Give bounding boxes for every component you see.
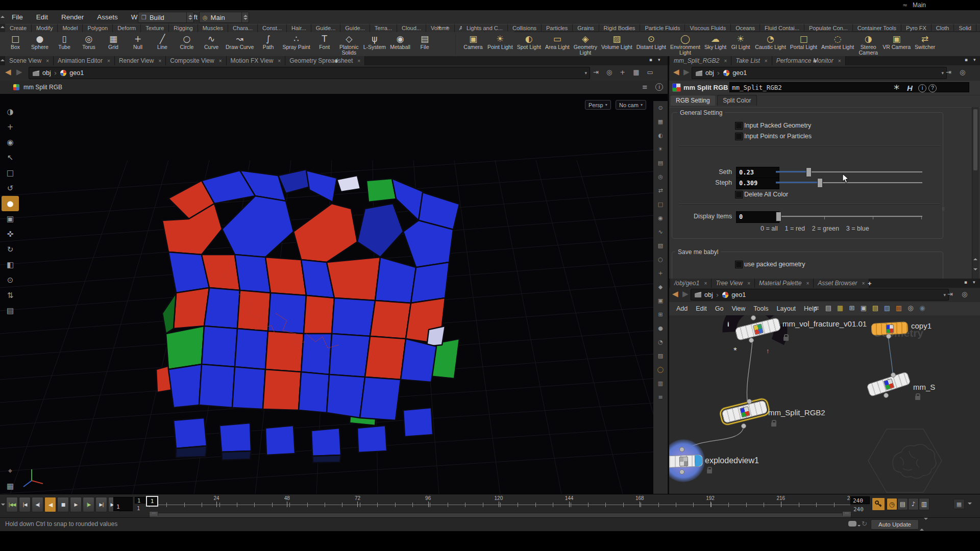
- display-option-icon[interactable]: ●: [654, 321, 667, 335]
- pathbar-icon[interactable]: ⇥: [593, 68, 599, 76]
- display-option-icon[interactable]: ▨: [654, 349, 667, 363]
- pathbar-icon[interactable]: ▦: [633, 68, 639, 76]
- pane-tab[interactable]: /obj/geo1 ×: [670, 279, 712, 288]
- shelf-tool[interactable]: ╱ Line: [150, 33, 175, 50]
- network-breadcrumb[interactable]: obj › geo1 ▾: [691, 289, 949, 300]
- shelf-tab[interactable]: Modify: [32, 24, 58, 32]
- shelf-tool[interactable]: ☁ Sky Light: [702, 33, 728, 50]
- viewport-tool-icon[interactable]: ◧: [2, 257, 19, 272]
- display-option-icon[interactable]: ▣: [654, 294, 667, 308]
- breadcrumb-node[interactable]: geo1: [732, 69, 747, 77]
- pin-icon[interactable]: ⇥: [947, 290, 953, 298]
- display-option-icon[interactable]: ⊞: [654, 308, 667, 321]
- pane-tab[interactable]: Motion FX View ×: [227, 56, 286, 65]
- node-explodedview1[interactable]: [669, 455, 703, 468]
- pane-tab[interactable]: Render View ×: [115, 56, 166, 65]
- close-icon[interactable]: ×: [838, 58, 841, 64]
- shelf-tab[interactable]: Texture: [141, 24, 169, 32]
- display-items-slider[interactable]: [776, 216, 922, 217]
- shelf-tool[interactable]: ◔ Caustic Light: [753, 33, 788, 50]
- pane-controls-left[interactable]: ▪ ▾: [649, 57, 662, 62]
- shelf-tool[interactable]: ▣ VR Camera: [880, 33, 913, 50]
- shelf-tab[interactable]: Rigid Bodies: [599, 24, 641, 31]
- display-option-icon[interactable]: ◐: [654, 129, 667, 142]
- shelf-tool[interactable]: ⊙ Distant Light: [634, 33, 668, 50]
- desk-build-dropdown[interactable]: ❒ Build: [138, 12, 194, 23]
- display-option-icon[interactable]: ≡: [654, 390, 667, 404]
- shelf-tab[interactable]: Wires: [976, 24, 980, 31]
- viewport-info-icon[interactable]: i: [655, 83, 663, 91]
- realtime-toggle-button[interactable]: ◷: [887, 498, 897, 510]
- display-option-icon[interactable]: ◆: [654, 280, 667, 294]
- network-toolbar-icon[interactable]: ▣: [858, 304, 869, 312]
- viewport-tool-icon[interactable]: ↖: [2, 150, 19, 165]
- node-input-dot[interactable]: [751, 315, 756, 320]
- menu-item[interactable]: Edit: [30, 13, 55, 21]
- tab-rgb-setting[interactable]: RGB Setting: [671, 95, 715, 106]
- breadcrumb-root[interactable]: obj: [42, 69, 51, 77]
- range-end-field[interactable]: 240: [850, 496, 870, 504]
- node-label-mm-s[interactable]: mm_S: [913, 383, 935, 391]
- shelf-tab[interactable]: Guide...: [340, 24, 370, 32]
- shelf-tool[interactable]: ◉ Metaball: [388, 33, 412, 50]
- shelf-tool[interactable]: □ Portal Light: [788, 33, 819, 50]
- seth-field[interactable]: [736, 167, 779, 179]
- desktop-selector[interactable]: Main: [913, 2, 926, 9]
- pathbar-icon[interactable]: ◎: [960, 68, 965, 76]
- shelf-tab[interactable]: Particle Fluids: [640, 24, 685, 31]
- pathbar-icon[interactable]: ▭: [647, 68, 653, 76]
- node-output-dot[interactable]: [886, 334, 891, 339]
- splitter-arrow-icon[interactable]: [1, 59, 5, 61]
- network-toolbar-icon[interactable]: ▤: [823, 304, 834, 312]
- node-label-split-rgb2[interactable]: mm_Split_RGB2: [768, 408, 825, 417]
- close-icon[interactable]: ×: [219, 58, 222, 64]
- shelf-tool[interactable]: ψ L-System: [361, 33, 388, 50]
- forward-arrow-icon[interactable]: ▶: [682, 290, 689, 298]
- dropdown-icon[interactable]: ▾: [584, 70, 587, 76]
- assistant-menu-icon[interactable]: [857, 525, 861, 527]
- shelf-tool[interactable]: ⇄ Switcher: [913, 33, 937, 50]
- viewport-tool-icon[interactable]: ⊙: [2, 272, 19, 288]
- viewport-menu-icon[interactable]: ≡: [642, 83, 648, 91]
- new-pane-tab-button[interactable]: +: [331, 56, 342, 65]
- display-option-icon[interactable]: □: [654, 197, 667, 211]
- network-menu-item[interactable]: View: [727, 305, 749, 312]
- shelf-tab[interactable]: Container Tools: [853, 24, 901, 31]
- node-output-dot[interactable]: [741, 423, 746, 429]
- input-points-particles-checkbox[interactable]: [735, 133, 743, 140]
- node-label-copy1[interactable]: copy1: [911, 321, 932, 330]
- shelf-tab[interactable]: Model: [58, 24, 83, 32]
- delete-all-color-checkbox[interactable]: [735, 191, 743, 198]
- shelf-tool[interactable]: ◌ Ambient Light: [819, 33, 856, 50]
- close-icon[interactable]: ×: [158, 58, 161, 64]
- display-option-icon[interactable]: ☀: [654, 142, 667, 156]
- shelf-add-button[interactable]: +: [438, 24, 442, 31]
- shelf-tab[interactable]: Pyro FX: [901, 24, 932, 31]
- shelf-tab[interactable]: Hair...: [287, 24, 311, 32]
- desk-main-dropdown[interactable]: ◎ Main: [199, 12, 249, 23]
- follow-icon[interactable]: ◎: [962, 290, 967, 298]
- display-option-icon[interactable]: ▧: [654, 239, 667, 253]
- viewport-tool-icon[interactable]: ▤: [2, 303, 19, 318]
- shelf-tool[interactable]: ▤ File: [412, 33, 437, 50]
- persp-selector[interactable]: Persp ▾: [585, 100, 611, 110]
- shelf-tool[interactable]: ☀ GI Light: [728, 33, 753, 50]
- display-option-icon[interactable]: ○: [654, 253, 667, 266]
- network-toolbar-icon[interactable]: ≡: [811, 304, 822, 312]
- network-menu-item[interactable]: Add: [672, 305, 692, 312]
- shelf-tool[interactable]: T Font: [312, 33, 337, 50]
- camera-selector[interactable]: No cam ▾: [616, 100, 646, 110]
- dopsheet-button[interactable]: ▤: [897, 498, 908, 510]
- network-toolbar-icon[interactable]: ⊞: [846, 304, 857, 312]
- shelf-tab[interactable]: Guide...: [311, 24, 341, 32]
- pane-tab[interactable]: Take List ×: [731, 56, 772, 65]
- close-icon[interactable]: ×: [724, 58, 727, 64]
- node-output-dot[interactable]: [749, 338, 754, 343]
- shelf-tool[interactable]: ☀ Point Light: [485, 33, 515, 50]
- viewport-tool-icon[interactable]: ✜: [2, 227, 19, 242]
- shelf-tool[interactable]: ∴ Spray Paint: [280, 33, 312, 50]
- close-icon[interactable]: ×: [806, 281, 809, 286]
- display-option-icon[interactable]: ⊙: [654, 101, 667, 115]
- pane-controls[interactable]: ▪ ▾: [964, 280, 977, 285]
- pathbar-icon[interactable]: +: [620, 68, 625, 76]
